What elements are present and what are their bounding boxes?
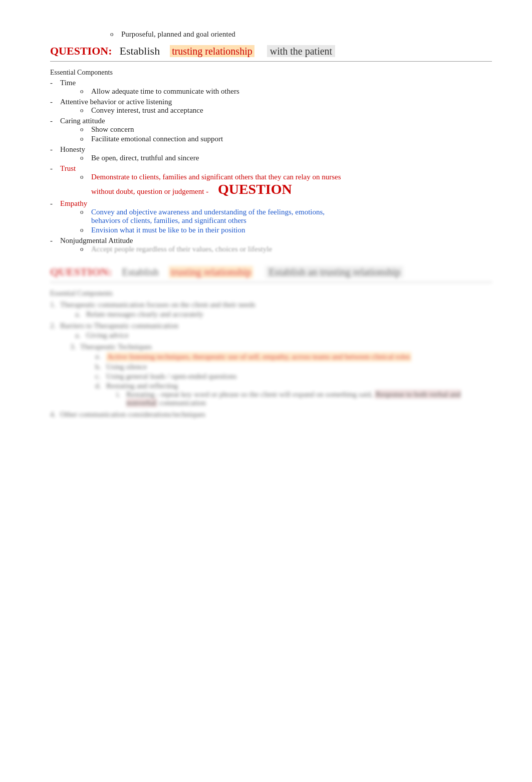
caring-label: Caring attitude [60,117,105,125]
blurred-sub-3-1: a. Active listening techniques, therapeu… [95,352,492,362]
blurred-sub-3-2: b. Using silence [95,363,492,371]
sub-text-honesty-1: Be open, direct, truthful and sincere [91,154,199,162]
blurred-with-patient: Establish an trusting relationship [265,266,403,278]
sub-text-caring-2: Facilitate emotional connection and supp… [91,135,223,143]
sub-text-empathy-2: Envision what it must be like to be in t… [91,226,245,234]
dash-attentive: - [50,98,60,116]
time-label: Time [60,79,76,87]
sub-text-empathy-1b: behaviors of clients, families, and sign… [91,216,246,224]
dash-trust: - [50,164,60,198]
sub-o-attentive-1: o [80,106,91,115]
blurred-sub-1-1: a. Relate messages clearly and accuratel… [75,310,255,319]
dash-empathy: - [50,199,60,235]
sub-o-trust-1: o [80,173,91,197]
list-item-attentive: - Attentive behavior or active listening… [50,98,492,116]
list-item-trust: - Trust o Demonstrate to clients, famili… [50,164,492,198]
dash-time: - [50,79,60,97]
sub-text-trust-1: Demonstrate to clients, families and sig… [91,173,341,181]
sub-o-nonjudgmental-1: o [80,245,91,253]
sub-item-time-1: o Allow adequate time to communicate wit… [80,87,239,96]
sub-o-caring-1: o [80,125,91,134]
blurred-item-3: 3. Therapeutic Techniques a. Active list… [70,343,492,408]
question-label-1: QUESTION: [50,45,112,57]
sub-o-empathy-1: o [80,208,91,225]
question-heading-1: QUESTION: Establish trusting relationshi… [50,44,492,62]
sub-item-empathy-2: o Envision what it must be like to be in… [80,226,325,234]
blurred-item-4: 4. Other communication considerations/te… [50,410,492,419]
sub-o-caring-2: o [80,135,91,143]
blurred-establish: Establish [122,267,158,278]
trust-label: Trust [60,164,76,172]
blurred-item-1: 1. Therapeutic communication focuses on … [50,301,492,320]
blurred-sub-3-4-a: i. Restating - repeat key word or phrase… [116,390,492,407]
sub-item-trust-1: o Demonstrate to clients, families and s… [80,173,341,197]
blurred-item-2-label: Barriers to Therapeutic communication [60,322,178,330]
essential-label: Essential Components [50,69,492,77]
sub-text-empathy-1: Convey and objective awareness and under… [91,208,325,216]
top-bullet-item: o Purposeful, planned and goal oriented [110,30,492,39]
sub-item-nonjudgmental-1: o Accept people regardless of their valu… [80,245,272,253]
establish-text: Establish [119,45,160,57]
sub-item-honesty-1: o Be open, direct, truthful and sincere [80,154,199,162]
sub-text-nonjudgmental-1: Accept people regardless of their values… [91,245,272,253]
question-big-label: QUESTION [218,181,292,197]
blurred-question-label: QUESTION: [50,266,112,278]
with-patient-text: with the patient [267,45,335,57]
sub-o-empathy-2: o [80,226,91,234]
trusting-relationship-text: trusting relationship [170,45,254,57]
blurred-essential-label: Essential Components [50,290,492,298]
empathy-label: Empathy [60,199,87,207]
blurred-item-1-label: Therapeutic communication focuses on the… [60,301,255,309]
list-item-caring: - Caring attitude o Show concern o Facil… [50,117,492,144]
sub-text-caring-1: Show concern [91,125,134,134]
sub-item-attentive-1: o Convey interest, trust and acceptance [80,106,203,115]
honesty-label: Honesty [60,145,85,153]
sub-text-time-1: Allow adequate time to communicate with … [91,87,239,96]
bullet-marker-o: o [110,30,121,39]
blurred-list: 1. Therapeutic communication focuses on … [50,301,492,419]
nonjudgmental-label: Nonjudgmental Attitude [60,236,133,244]
sub-item-empathy-1: o Convey and objective awareness and und… [80,208,325,225]
attentive-label: Attentive behavior or active listening [60,98,172,106]
blurred-item-2: 2. Barriers to Therapeutic communication… [50,322,492,341]
list-item-honesty: - Honesty o Be open, direct, truthful an… [50,145,492,163]
blurred-sub-3-4: d. Restating and reflecting i. Restating… [95,382,492,407]
dash-honesty: - [50,145,60,163]
list-item-empathy: - Empathy o Convey and objective awarene… [50,199,492,235]
blurred-trusting: trusting relationship [169,266,253,278]
list-item-nonjudgmental: - Nonjudgmental Attitude o Accept people… [50,236,492,254]
top-bullet-text: Purposeful, planned and goal oriented [121,30,235,39]
sub-text-trust-1b: without doubt, question or judgement - [91,187,208,195]
essential-components-section: Essential Components - Time o Allow adeq… [50,69,492,254]
blurred-section: QUESTION: Establish trusting relationshi… [50,265,492,419]
blurred-sub-2-1: a. Giving advice [75,331,178,340]
dash-caring: - [50,117,60,144]
sub-o-honesty-1: o [80,154,91,162]
blurred-heading: QUESTION: Establish trusting relationshi… [50,265,492,283]
blurred-sub-3-3: c. Using general leads / open-ended ques… [95,372,492,381]
sub-text-attentive-1: Convey interest, trust and acceptance [91,106,203,115]
sub-item-caring-1: o Show concern [80,125,223,134]
dash-nonjudgmental: - [50,236,60,254]
list-item-time: - Time o Allow adequate time to communic… [50,79,492,97]
sub-item-caring-2: o Facilitate emotional connection and su… [80,135,223,143]
sub-o-time-1: o [80,87,91,96]
